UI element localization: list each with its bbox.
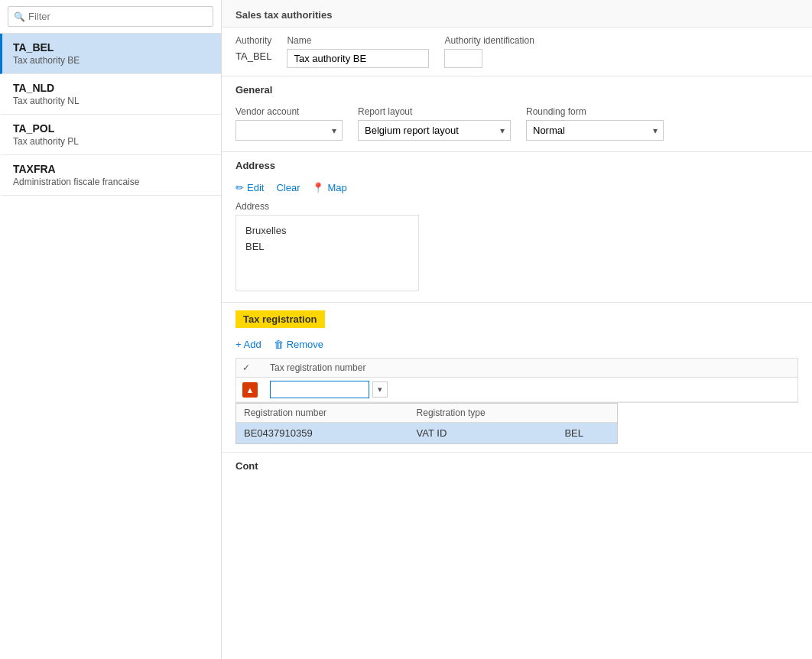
report-layout-label: Report layout	[358, 106, 511, 117]
tax-reg-table: ✓ Tax registration number ▲ ▾	[236, 359, 797, 402]
report-layout-select[interactable]: Belgium report layout Standard Custom	[358, 120, 511, 141]
col-tax-reg-number: Tax registration number	[264, 359, 797, 378]
country-cell: BEL	[557, 423, 617, 444]
sidebar-item-ta-pol[interactable]: TA_POL Tax authority PL	[0, 115, 221, 155]
tax-reg-actions: + Add 🗑 Remove	[222, 334, 812, 358]
reg-type-cell: VAT ID	[409, 423, 557, 444]
sidebar-item-ta-nld-title: TA_NLD	[13, 82, 210, 94]
clear-button[interactable]: Clear	[276, 180, 300, 195]
tax-input-row: ▲ ▾	[236, 378, 797, 402]
edit-button[interactable]: ✏ Edit	[235, 180, 264, 195]
tax-input-field: ▾	[270, 381, 791, 398]
filter-input[interactable]	[8, 6, 213, 27]
col-country	[557, 404, 617, 423]
tax-reg-table-container: ✓ Tax registration number ▲ ▾	[235, 358, 798, 403]
remove-label: Remove	[287, 339, 323, 350]
sales-tax-section-title: Sales tax authorities	[222, 0, 812, 28]
main-content: Sales tax authorities Authority TA_BEL N…	[222, 0, 812, 659]
add-label: + Add	[235, 339, 261, 350]
sidebar-item-ta-pol-title: TA_POL	[13, 122, 210, 135]
sidebar-item-taxfra-subtitle: Administration fiscale francaise	[13, 177, 210, 187]
address-field-label: Address	[222, 201, 812, 215]
dropdown-results-header: Registration number Registration type	[236, 404, 617, 423]
vendor-account-select[interactable]	[235, 120, 343, 141]
contact-label: Cont	[235, 460, 258, 472]
contact-section: Cont	[222, 452, 812, 479]
sidebar-item-taxfra-title: TAXFRA	[13, 163, 210, 175]
tax-registration-section: Tax registration + Add 🗑 Remove ✓ Tax re…	[222, 303, 812, 452]
rounding-form-field: Rounding form Normal Own advantage Count…	[526, 106, 664, 141]
address-section-header: Address	[222, 152, 812, 176]
authority-id-label: Authority identification	[444, 35, 534, 46]
report-layout-select-wrapper: Belgium report layout Standard Custom	[358, 120, 511, 141]
sidebar-item-ta-bel-title: TA_BEL	[13, 41, 210, 54]
sidebar-item-ta-pol-subtitle: Tax authority PL	[13, 136, 210, 147]
map-icon: 📍	[312, 182, 324, 193]
tax-reg-dropdown-results: Registration number Registration type BE…	[235, 403, 618, 444]
authority-id-col: Authority identification	[444, 35, 534, 68]
filter-icon: 🔍	[14, 11, 25, 22]
sidebar-item-taxfra[interactable]: TAXFRA Administration fiscale francaise	[0, 155, 221, 196]
tax-reg-input[interactable]	[270, 381, 369, 398]
address-line2: BEL	[245, 239, 409, 255]
name-col: Name	[287, 35, 429, 68]
address-display: Bruxelles BEL	[235, 215, 419, 291]
tax-reg-title: Tax registration	[235, 310, 325, 328]
address-section: Address ✏ Edit Clear 📍 Map Address Bruxe…	[222, 152, 812, 303]
address-line1: Bruxelles	[245, 223, 409, 239]
map-button[interactable]: 📍 Map	[312, 180, 346, 195]
sidebar-item-ta-nld-subtitle: Tax authority NL	[13, 96, 210, 106]
vendor-account-field: Vendor account	[235, 106, 343, 141]
remove-icon: 🗑	[274, 339, 284, 350]
authority-label: Authority	[235, 35, 271, 46]
warning-cell: ▲	[236, 378, 264, 402]
authority-table: Authority TA_BEL Name Authority identifi…	[222, 28, 812, 76]
rounding-form-select-wrapper: Normal Own advantage Counterpart's advan…	[526, 120, 664, 141]
address-actions: ✏ Edit Clear 📍 Map	[222, 176, 812, 201]
clear-label: Clear	[276, 182, 300, 193]
general-section: General Vendor account Report layout Bel…	[222, 76, 812, 152]
sidebar-item-ta-nld[interactable]: TA_NLD Tax authority NL	[0, 74, 221, 115]
warning-icon: ▲	[242, 382, 258, 398]
col-reg-type: Registration type	[409, 404, 557, 423]
tax-input-cell: ▾	[264, 378, 797, 402]
rounding-form-select[interactable]: Normal Own advantage Counterpart's advan…	[526, 120, 664, 141]
name-input[interactable]	[287, 49, 429, 68]
tax-reg-table-header: ✓ Tax registration number	[236, 359, 797, 378]
authority-col: Authority TA_BEL	[235, 35, 271, 63]
tax-registration-header: Tax registration	[222, 303, 812, 334]
map-label: Map	[327, 182, 346, 193]
authority-id-input[interactable]	[444, 49, 482, 68]
dropdown-result-row[interactable]: BE0437910359 VAT ID BEL	[236, 423, 617, 444]
authority-value: TA_BEL	[235, 49, 271, 63]
remove-button[interactable]: 🗑 Remove	[274, 337, 323, 352]
general-fields: Vendor account Report layout Belgium rep…	[222, 100, 812, 151]
name-label: Name	[287, 35, 429, 46]
sidebar-item-ta-bel[interactable]: TA_BEL Tax authority BE	[0, 34, 221, 74]
vendor-account-label: Vendor account	[235, 106, 343, 117]
sidebar-filter-wrapper: 🔍	[0, 0, 221, 34]
add-button[interactable]: + Add	[235, 337, 261, 352]
rounding-form-label: Rounding form	[526, 106, 664, 117]
general-section-header: General	[222, 76, 812, 100]
sidebar-item-ta-bel-subtitle: Tax authority BE	[13, 55, 210, 66]
report-layout-field: Report layout Belgium report layout Stan…	[358, 106, 511, 141]
dropdown-results-table: Registration number Registration type BE…	[236, 404, 617, 443]
edit-icon: ✏	[235, 182, 244, 193]
reg-number-cell: BE0437910359	[236, 423, 409, 444]
edit-label: Edit	[247, 182, 264, 193]
vendor-account-select-wrapper	[235, 120, 343, 141]
col-checkmark: ✓	[236, 359, 264, 378]
col-reg-number: Registration number	[236, 404, 409, 423]
tax-reg-dropdown-btn[interactable]: ▾	[372, 381, 388, 398]
sidebar: 🔍 TA_BEL Tax authority BE TA_NLD Tax aut…	[0, 0, 222, 659]
